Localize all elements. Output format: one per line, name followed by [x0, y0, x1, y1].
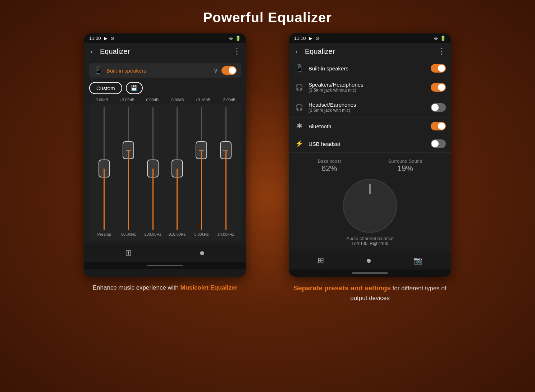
- headphones-toggle[interactable]: [431, 83, 446, 92]
- home-indicator-2: [289, 269, 451, 277]
- content-1: 📱 Built-in speakers ∨ Custom 💾 0.00dB +3…: [84, 60, 246, 244]
- bluetooth-icon: ✱: [294, 122, 304, 130]
- circle-icon-1: ⊙: [110, 36, 114, 41]
- bass-boost-label: Bass boost: [318, 158, 341, 164]
- builtin-toggle[interactable]: [431, 64, 446, 73]
- slider-14khz[interactable]: 14.00kHz: [215, 107, 237, 236]
- surround-sound-value: 19%: [388, 164, 422, 173]
- back-button-1[interactable]: ←: [89, 47, 96, 56]
- db-val-0: 0.00dB: [91, 98, 113, 102]
- device-item-earphones[interactable]: 🎧 Headset/Earphones (3.5mm jack with mic…: [289, 97, 451, 117]
- save-preset-button[interactable]: 💾: [126, 82, 143, 94]
- status-bar-2: 11:10 ▶ ⊙ ⊖ 🔋: [289, 33, 451, 43]
- screenshot-nav-icon-2[interactable]: 📷: [413, 256, 422, 265]
- earphones-icon: 🎧: [294, 103, 304, 111]
- custom-preset-button[interactable]: Custom: [89, 82, 122, 94]
- caption-left-highlight: Musicolet Equalizer: [180, 284, 238, 291]
- save-icon: 💾: [131, 85, 138, 91]
- menu-button-1[interactable]: ⋮: [233, 47, 241, 56]
- earphones-sub: (3.5mm jack with mic): [308, 108, 356, 113]
- db-val-3: 0.00dB: [167, 98, 188, 102]
- device-item-bluetooth[interactable]: ✱ Bluetooth: [289, 117, 451, 135]
- bass-boost-col: Bass boost 62%: [318, 158, 341, 173]
- caption-area: Enhance music experience with Musicolet …: [0, 277, 535, 306]
- device-toggle-1[interactable]: [221, 66, 237, 75]
- headphones-sub: (3.5mm jack without mic): [308, 88, 363, 93]
- bluetooth-name: Bluetooth: [308, 123, 331, 129]
- chevron-down-icon-1: ∨: [214, 67, 218, 74]
- slider-60hz[interactable]: 60.00Hz: [118, 107, 139, 236]
- caption-left: Enhance music experience with Musicolet …: [84, 283, 246, 303]
- preset-row-1: Custom 💾: [89, 82, 241, 94]
- slider-230hz[interactable]: 230.00Hz: [142, 107, 164, 236]
- caption-right: Separate presets and settings for differ…: [289, 283, 451, 303]
- builtin-name: Built-in speakers: [308, 65, 348, 72]
- knob-value: Left:100, Right:100: [352, 241, 388, 246]
- minus-icon-1: ⊖: [229, 36, 233, 41]
- usb-icon: ⚡: [294, 140, 304, 148]
- eq-sliders: Preamp 60.00Hz: [92, 107, 238, 236]
- eq-nav-icon-1[interactable]: ⊞: [125, 248, 132, 258]
- phones-container: 11:00 ▶ ⊙ ⊖ 🔋 ← Equalizer ⋮ 📱 Buil: [0, 33, 535, 277]
- status-bar-1: 11:00 ▶ ⊙ ⊖ 🔋: [84, 33, 246, 43]
- caption-right-highlight: Separate presets and settings: [294, 284, 391, 292]
- effects-nav-icon-2[interactable]: ●: [366, 255, 372, 266]
- bottom-bar-2: ⊞ ● 📷: [289, 251, 451, 269]
- db-values-row: 0.00dB +3.00dB 0.00dB 0.00dB +3.16dB +3.…: [89, 98, 241, 102]
- bottom-bar-1: ⊞ ●: [84, 244, 246, 262]
- eq-area: Preamp 60.00Hz: [89, 103, 241, 240]
- headphones-name: Speakers/Headphones: [308, 82, 363, 88]
- surround-sound-label: Surround Sound: [388, 158, 422, 164]
- page-title: Powerful Equalizer: [0, 0, 535, 33]
- surround-sound-col: Surround Sound 19%: [388, 158, 422, 173]
- db-val-4: +3.16dB: [192, 98, 214, 102]
- slider-preamp[interactable]: Preamp: [93, 107, 115, 236]
- bass-boost-value: 62%: [318, 164, 341, 173]
- minus-icon-2: ⊖: [434, 36, 438, 41]
- time-2: 11:10: [294, 36, 306, 41]
- freq-label-14khz: 14.00kHz: [218, 232, 234, 236]
- phone-2: 11:10 ▶ ⊙ ⊖ 🔋 ← Equalizer ⋮ 📱 Buil: [289, 33, 451, 277]
- knob-label: Audio channel balance: [346, 236, 394, 241]
- device-selector-1[interactable]: 📱 Built-in speakers ∨: [89, 63, 241, 78]
- caption-left-pre: Enhance music experience with: [93, 284, 180, 291]
- app-bar-2: ← Equalizer ⋮: [289, 43, 451, 60]
- db-val-2: 0.00dB: [142, 98, 163, 102]
- back-button-2[interactable]: ←: [294, 47, 301, 56]
- db-val-1: +3.00dB: [116, 98, 138, 102]
- earphones-name: Headset/Earphones: [308, 102, 356, 108]
- slider-910hz[interactable]: 910.00Hz: [166, 107, 188, 236]
- device-item-builtin[interactable]: 📱 Built-in speakers: [289, 60, 451, 77]
- circle-icon-2: ⊙: [315, 36, 319, 41]
- app-bar-title-1: Equalizer: [100, 47, 130, 56]
- menu-button-2[interactable]: ⋮: [438, 47, 446, 56]
- app-bar-title-2: Equalizer: [305, 47, 335, 56]
- usb-toggle[interactable]: [431, 139, 446, 148]
- battery-icon-1: 🔋: [235, 36, 241, 41]
- phone-1: 11:00 ▶ ⊙ ⊖ 🔋 ← Equalizer ⋮ 📱 Buil: [84, 33, 246, 277]
- bluetooth-toggle[interactable]: [431, 122, 446, 130]
- effects-nav-icon-1[interactable]: ●: [199, 247, 205, 258]
- earphones-toggle[interactable]: [431, 103, 446, 112]
- eq-nav-icon-2[interactable]: ⊞: [317, 256, 324, 265]
- device-list: 📱 Built-in speakers 🎧 Speakers/Headphone…: [289, 60, 451, 153]
- builtin-icon: 📱: [294, 64, 304, 73]
- freq-label-230hz: 230.00Hz: [145, 232, 161, 236]
- play-icon-2: ▶: [309, 36, 312, 41]
- knob-indicator: [370, 184, 371, 194]
- usb-name: USB headset: [308, 141, 340, 147]
- home-bar-2: [352, 272, 388, 274]
- time-1: 11:00: [89, 36, 101, 41]
- device-item-usb[interactable]: ⚡ USB headset: [289, 135, 451, 153]
- headphones-icon: 🎧: [294, 83, 304, 91]
- slider-3k6hz[interactable]: 3.60kHz: [191, 107, 212, 236]
- freq-label-60hz: 60.00Hz: [121, 232, 136, 236]
- play-icon-1: ▶: [104, 36, 108, 41]
- device-item-headphones[interactable]: 🎧 Speakers/Headphones (3.5mm jack withou…: [289, 77, 451, 97]
- home-bar-1: [147, 265, 183, 266]
- balance-knob[interactable]: [343, 179, 397, 233]
- freq-label-910hz: 910.00Hz: [169, 232, 186, 236]
- app-bar-1: ← Equalizer ⋮: [84, 43, 246, 60]
- freq-label-preamp: Preamp: [97, 232, 111, 236]
- effects-row: Bass boost 62% Surround Sound 19%: [289, 153, 451, 175]
